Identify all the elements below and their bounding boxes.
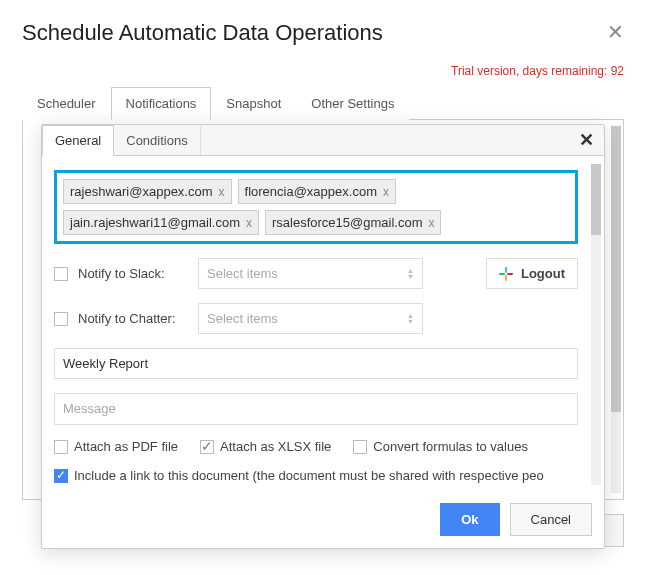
notify-chatter-checkbox[interactable] xyxy=(54,312,68,326)
logout-label: Logout xyxy=(521,266,565,281)
include-link-label: Include a link to this document (the doc… xyxy=(74,468,544,483)
include-link-checkbox[interactable] xyxy=(54,469,68,483)
inner-cancel-button[interactable]: Cancel xyxy=(510,503,592,536)
dialog-title: Schedule Automatic Data Operations xyxy=(22,20,383,46)
select-placeholder: Select items xyxy=(207,311,278,326)
attach-pdf-label: Attach as PDF file xyxy=(74,439,178,454)
email-chip[interactable]: rajeshwari@xappex.comx xyxy=(63,179,232,204)
main-tabs: Scheduler Notifications Snapshot Other S… xyxy=(22,86,624,120)
tab-scheduler[interactable]: Scheduler xyxy=(22,87,111,120)
tab-conditions[interactable]: Conditions xyxy=(114,126,200,155)
email-chip[interactable]: florencia@xappex.comx xyxy=(238,179,396,204)
inner-ok-button[interactable]: Ok xyxy=(440,503,499,536)
chip-remove-icon[interactable]: x xyxy=(428,216,434,230)
tab-snapshot[interactable]: Snapshot xyxy=(211,87,296,120)
attach-xlsx-checkbox[interactable] xyxy=(200,440,214,454)
main-panel: General Conditions ✕ rajeshwari@xappex.c… xyxy=(22,120,624,500)
convert-formulas-label: Convert formulas to values xyxy=(373,439,528,454)
select-arrows-icon: ▲▼ xyxy=(407,313,414,325)
close-icon[interactable]: ✕ xyxy=(607,22,624,42)
inner-close-icon[interactable]: ✕ xyxy=(569,125,604,155)
convert-formulas-checkbox[interactable] xyxy=(353,440,367,454)
email-chip-text: rajeshwari@xappex.com xyxy=(70,184,213,199)
attach-pdf-checkbox[interactable] xyxy=(54,440,68,454)
tab-other-settings[interactable]: Other Settings xyxy=(296,87,409,120)
chip-remove-icon[interactable]: x xyxy=(219,185,225,199)
chip-remove-icon[interactable]: x xyxy=(246,216,252,230)
email-chip-text: jain.rajeshwari11@gmail.com xyxy=(70,215,240,230)
notify-slack-label: Notify to Slack: xyxy=(78,266,188,281)
svg-rect-0 xyxy=(505,267,507,273)
subject-input[interactable]: Weekly Report xyxy=(54,348,578,379)
email-chip[interactable]: rsalesforce15@gmail.comx xyxy=(265,210,441,235)
email-chip-text: rsalesforce15@gmail.com xyxy=(272,215,422,230)
select-placeholder: Select items xyxy=(207,266,278,281)
notify-chatter-select[interactable]: Select items ▲▼ xyxy=(198,303,423,334)
slack-logout-button[interactable]: Logout xyxy=(486,258,578,289)
email-chip[interactable]: jain.rajeshwari11@gmail.comx xyxy=(63,210,259,235)
notifications-inner-dialog: General Conditions ✕ rajeshwari@xappex.c… xyxy=(41,124,605,549)
notify-slack-checkbox[interactable] xyxy=(54,267,68,281)
inner-scrollbar[interactable] xyxy=(591,164,601,485)
chip-remove-icon[interactable]: x xyxy=(383,185,389,199)
outer-scrollbar[interactable] xyxy=(611,126,621,493)
svg-rect-1 xyxy=(499,273,505,275)
select-arrows-icon: ▲▼ xyxy=(407,268,414,280)
svg-rect-2 xyxy=(505,275,507,281)
svg-rect-3 xyxy=(507,273,513,275)
notify-chatter-label: Notify to Chatter: xyxy=(78,311,188,326)
tab-notifications[interactable]: Notifications xyxy=(111,87,212,120)
email-recipients-box[interactable]: rajeshwari@xappex.comx florencia@xappex.… xyxy=(54,170,578,244)
notify-slack-select[interactable]: Select items ▲▼ xyxy=(198,258,423,289)
message-input[interactable]: Message xyxy=(54,393,578,425)
slack-icon xyxy=(499,267,513,281)
email-chip-text: florencia@xappex.com xyxy=(245,184,377,199)
attach-xlsx-label: Attach as XLSX file xyxy=(220,439,331,454)
tab-general[interactable]: General xyxy=(42,125,114,156)
inner-tabs: General Conditions ✕ xyxy=(42,125,604,156)
trial-banner: Trial version, days remaining: 92 xyxy=(22,64,624,78)
